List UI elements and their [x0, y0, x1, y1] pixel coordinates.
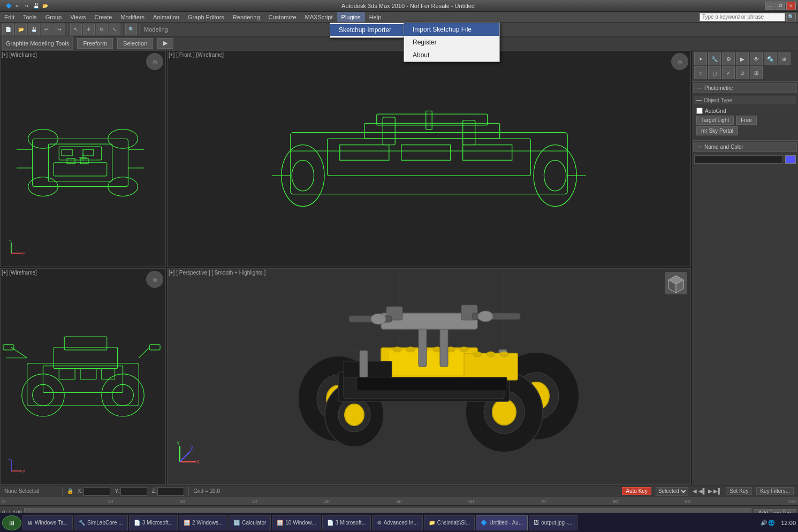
- menu-modifiers[interactable]: Modifiers: [116, 12, 149, 22]
- toolbar-redo[interactable]: ↪: [54, 24, 65, 35]
- save-icon[interactable]: 💾: [32, 2, 40, 10]
- rp-icon-10[interactable]: ✓: [722, 66, 735, 79]
- rp-icon-11[interactable]: ⊙: [736, 66, 749, 79]
- right-panel: ✦ 🔧 ⚙ ▶ 👁 🔩 ⊕ ≡ ◻ ✓ ⊙ ⊞ — Photometric: [691, 50, 798, 485]
- coord-lock: 🔒: [67, 488, 73, 494]
- ruler-marks: 0 10 20 30 40 50 60 70 80 90 100: [2, 499, 796, 504]
- rp-photometric-label: Photometric: [704, 85, 733, 91]
- undo-icon[interactable]: ↩: [13, 2, 22, 10]
- taskbar-item-9[interactable]: 🔷 Untitled - Au...: [476, 515, 528, 530]
- svg-point-75: [345, 404, 364, 425]
- close-button[interactable]: ✕: [786, 2, 796, 10]
- rp-color-swatch[interactable]: [785, 155, 796, 164]
- rp-icon-2[interactable]: 🔧: [708, 52, 721, 65]
- taskbar-item-7[interactable]: ⚙ Advanced In...: [372, 515, 423, 530]
- z-coord-field[interactable]: [157, 487, 184, 496]
- menu-plugins[interactable]: Plugins: [337, 12, 365, 22]
- menu-maxscript[interactable]: MAXScript: [301, 12, 337, 22]
- menu-group[interactable]: Group: [41, 12, 66, 22]
- taskbar-item-1[interactable]: 🔧 SimLabCore ...: [74, 515, 128, 530]
- dropdown-sketchup-label: Sketchup Importer: [339, 26, 391, 34]
- auto-key-mode-select[interactable]: Selected: [656, 487, 688, 496]
- rp-photometric[interactable]: — Photometric: [693, 83, 797, 93]
- taskbar-item-5[interactable]: 🪟 10 Window...: [272, 515, 321, 530]
- rp-target-light-button[interactable]: Target Light: [696, 116, 734, 125]
- taskbar: ⊞ 🖥 Windows Ta... 🔧 SimLabCore ... 📄 3 M…: [0, 513, 798, 532]
- rp-icon-1[interactable]: ✦: [694, 52, 707, 65]
- submenu-register[interactable]: Register: [404, 36, 499, 49]
- redo-icon[interactable]: ↪: [22, 2, 31, 10]
- rp-name-input[interactable]: [694, 155, 783, 164]
- taskbar-item-6[interactable]: 📄 3 Microsoft...: [322, 515, 371, 530]
- toolbar-open[interactable]: 📂: [15, 24, 27, 35]
- vp-bl-axis: X Z: [9, 458, 25, 474]
- rp-name-color-label: Name and Color: [704, 144, 743, 150]
- viewport-bottom-left[interactable]: [+] [Wireframe] ◎: [0, 268, 166, 485]
- submenu-about[interactable]: About: [404, 49, 499, 62]
- svg-rect-27: [328, 139, 530, 176]
- viewport-perspective[interactable]: [+] [ Perspective ] [ Smooth + Highlight…: [167, 268, 691, 485]
- y-coord-field[interactable]: [120, 487, 147, 496]
- open-icon[interactable]: 📂: [41, 2, 49, 10]
- svg-point-84: [406, 347, 415, 352]
- toolbar-scale[interactable]: ⤡: [109, 24, 120, 35]
- menu-create[interactable]: Create: [90, 12, 116, 22]
- toolbar-zoom[interactable]: 🔍: [125, 24, 137, 35]
- auto-key-button[interactable]: Auto Key: [622, 487, 651, 495]
- taskbar-item-3[interactable]: 🪟 2 Windows...: [179, 515, 227, 530]
- menu-rendering[interactable]: Rendering: [229, 12, 264, 22]
- modeling-bar-title: Graphite Modeling Tools: [2, 36, 73, 50]
- modeling-selection[interactable]: Selection: [117, 38, 153, 49]
- menu-edit[interactable]: Edit: [0, 12, 19, 22]
- taskbar-item-2[interactable]: 📄 3 Microsoft...: [129, 515, 178, 530]
- modeling-freeform[interactable]: Freeform: [77, 38, 113, 49]
- rp-name-color[interactable]: — Name and Color: [693, 142, 797, 152]
- toolbar-rotate[interactable]: ↻: [96, 24, 108, 35]
- taskbar-item-8[interactable]: 📁 C:\simlab\Si...: [424, 515, 475, 530]
- search-input[interactable]: [700, 13, 785, 21]
- toolbar-save[interactable]: 💾: [28, 24, 40, 35]
- toolbar-select[interactable]: ↖: [70, 24, 82, 35]
- menu-views[interactable]: Views: [66, 12, 90, 22]
- menu-animation[interactable]: Animation: [149, 12, 184, 22]
- rp-autogrid-checkbox[interactable]: [696, 108, 703, 114]
- minimize-button[interactable]: —: [765, 2, 774, 10]
- taskbar-item-10[interactable]: 🖼 output.jpg -...: [529, 515, 577, 530]
- svg-point-88: [460, 347, 468, 352]
- x-coord-field[interactable]: [83, 487, 110, 496]
- menu-tools[interactable]: Tools: [19, 12, 41, 22]
- key-filters-button[interactable]: Key Filters...: [756, 487, 794, 495]
- rp-object-type-content: AutoGrid Target Light Free mr Sky Portal: [694, 107, 796, 138]
- start-button[interactable]: ⊞: [2, 515, 21, 530]
- rp-icon-9[interactable]: ◻: [708, 66, 721, 79]
- rp-icon-7[interactable]: ⊕: [778, 52, 791, 65]
- rp-icon-5[interactable]: 👁: [750, 52, 763, 65]
- search-icon[interactable]: 🔍: [786, 13, 796, 21]
- viewport-top-right[interactable]: [+] [ Front ] [Wireframe] ◎: [167, 50, 691, 267]
- menu-graph-editors[interactable]: Graph Editors: [184, 12, 229, 22]
- menu-help[interactable]: Help: [365, 12, 386, 22]
- rp-sky-portal-button[interactable]: mr Sky Portal: [696, 126, 738, 135]
- rp-icon-4[interactable]: ▶: [736, 52, 749, 65]
- toolbar-new[interactable]: 📄: [2, 24, 14, 35]
- rp-icon-3[interactable]: ⚙: [722, 52, 735, 65]
- taskbar-item-4[interactable]: 🔢 Calculator: [229, 515, 271, 530]
- rp-free-button[interactable]: Free: [736, 116, 757, 125]
- submenu-import[interactable]: Import Sketchup File: [404, 23, 499, 36]
- restore-button[interactable]: ⧉: [776, 2, 785, 10]
- rp-icon-8[interactable]: ≡: [694, 66, 707, 79]
- taskbar-item-0[interactable]: 🖥 Windows Ta...: [22, 515, 73, 530]
- svg-point-105: [500, 352, 508, 357]
- rp-autogrid-row: AutoGrid: [696, 108, 794, 114]
- set-key-button[interactable]: Set Key: [726, 487, 752, 495]
- toolbar-undo[interactable]: ↩: [41, 24, 52, 35]
- menu-customize[interactable]: Customize: [264, 12, 301, 22]
- svg-rect-7: [54, 163, 107, 176]
- search-bar: 🔍: [700, 13, 798, 21]
- svg-rect-29: [401, 145, 451, 161]
- rp-icon-12[interactable]: ⊞: [750, 66, 763, 79]
- viewport-top-left[interactable]: [+] [Wireframe] ◎: [0, 50, 166, 267]
- rp-icon-6[interactable]: 🔩: [764, 52, 777, 65]
- modeling-more[interactable]: ▶: [157, 38, 173, 49]
- toolbar-move[interactable]: ✛: [83, 24, 95, 35]
